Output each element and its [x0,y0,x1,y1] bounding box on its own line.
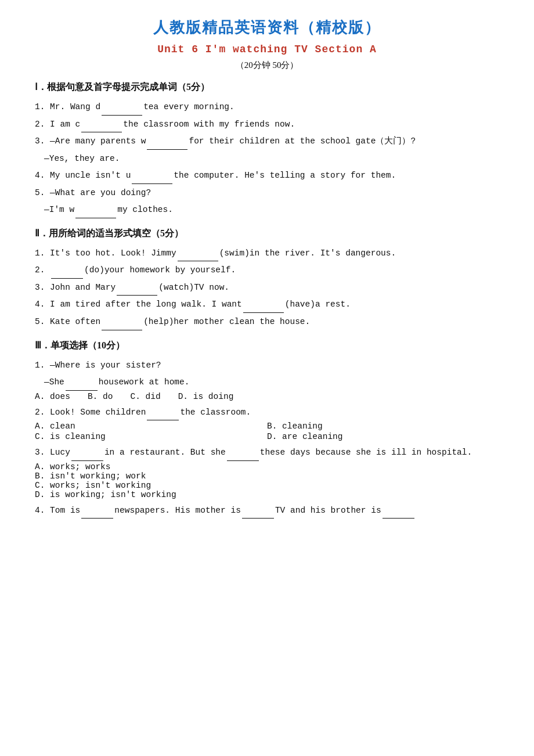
q2: 2. I am cthe classroom with my friends n… [35,117,499,133]
blank-II-3[interactable] [117,287,157,296]
q-III-1: 1. —Where is your sister? [35,358,499,374]
q-II-4: 4. I am tired after the long walk. I wan… [35,297,499,313]
q-III-1-options: A. does B. do C. did D. is doing [35,392,499,401]
q5b: —I'm wmy clothes. [44,202,499,218]
blank-III-4a[interactable] [81,510,113,519]
blank-3[interactable] [147,141,187,150]
option-2B: B. cleaning [267,422,499,431]
blank-5[interactable] [75,210,116,218]
blank-2[interactable] [81,124,122,133]
q-III-4: 4. Tom isnewspapers. His mother isTV and… [35,503,499,519]
section-I-label: Ⅰ．根据句意及首字母提示完成单词（5分） [35,82,210,92]
time-score: （20分钟 50分） [35,60,499,71]
q5a: 5. —What are you doing? [35,185,499,201]
section-III-title: Ⅲ．单项选择（10分） [35,340,499,352]
blank-III-4b[interactable] [242,510,274,519]
option-3A: A. works; works [35,462,499,471]
q-III-3-options: A. works; works B. isn't working; work C… [35,462,499,499]
q-III-1b: —Shehousework at home. [44,375,499,391]
blank-II-4[interactable] [243,305,284,314]
q3b: —Yes, they are. [44,151,499,167]
main-title: 人教版精品英语资料（精校版） [35,17,499,38]
blank-III-4c[interactable] [383,510,414,519]
option-D: D. is doing [178,392,234,401]
blank-1[interactable] [102,107,142,116]
option-2C: C. is cleaning [35,432,267,441]
option-3D: D. is working; isn't working [35,490,499,499]
q-II-3: 3. John and Mary(watch)TV now. [35,280,499,296]
blank-III-3a[interactable] [71,452,103,461]
section-III: Ⅲ．单项选择（10分） 1. —Where is your sister? —S… [35,340,499,519]
option-2A: A. clean [35,422,267,431]
blank-II-1[interactable] [178,253,218,262]
q-III-2-options: A. clean B. cleaning C. is cleaning D. a… [35,422,499,441]
q1: 1. Mr. Wang dtea every morning. [35,99,499,116]
section-II: Ⅱ．用所给词的适当形式填空（5分） 1. It's too hot. Look!… [35,228,499,330]
q-II-2: 2. (do)your homework by yourself. [35,262,499,279]
q-II-5: 5. Kate often(help)her mother clean the … [35,314,499,330]
blank-II-2[interactable] [51,270,83,279]
option-A: A. does [35,392,70,401]
section-I-title: Ⅰ．根据句意及首字母提示完成单词（5分） [35,81,499,93]
q-III-2: 2. Look! Some childrenthe classroom. [35,405,499,421]
blank-II-5[interactable] [102,322,142,330]
section-II-title: Ⅱ．用所给词的适当形式填空（5分） [35,228,499,240]
option-2D: D. are cleaning [267,432,499,441]
q-II-1: 1. It's too hot. Look! Jimmy(swim)in the… [35,246,499,262]
q3a: 3. —Are many parents wfor their children… [35,134,499,150]
q-III-3: 3. Lucyin a restaurant. But shethese day… [35,445,499,461]
section-I: Ⅰ．根据句意及首字母提示完成单词（5分） 1. Mr. Wang dtea ev… [35,81,499,218]
q4: 4. My uncle isn't uthe computer. He's te… [35,168,499,184]
option-B: B. do [88,392,113,401]
option-C: C. did [130,392,160,401]
page-container: 人教版精品英语资料（精校版） Unit 6 I'm watching TV Se… [35,17,499,519]
option-3C: C. works; isn't working [35,481,499,490]
blank-III-1[interactable] [66,382,98,391]
option-3B: B. isn't working; work [35,471,499,481]
blank-III-3b[interactable] [227,452,259,461]
sub-title: Unit 6 I'm watching TV Section A [35,44,499,55]
blank-4[interactable] [132,175,172,184]
blank-III-2[interactable] [147,412,179,421]
